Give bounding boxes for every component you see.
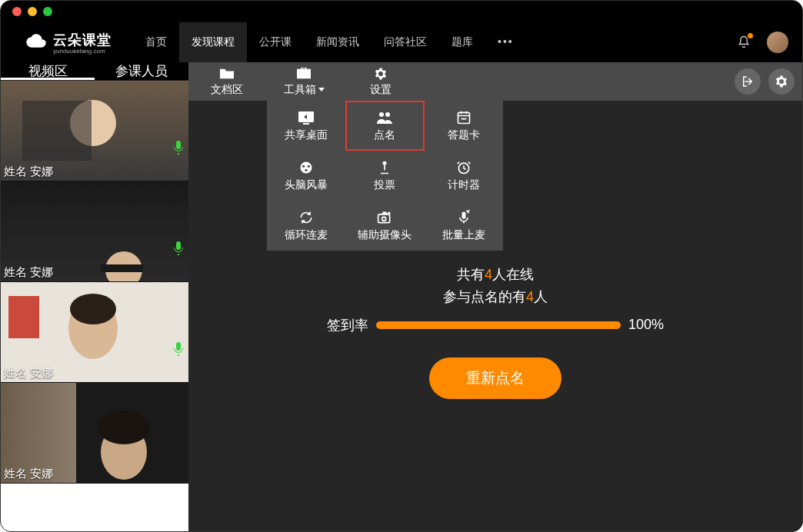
exit-button[interactable]	[735, 68, 761, 95]
hand-up-icon	[375, 160, 394, 175]
tab-video-area[interactable]: 视频区	[1, 62, 95, 80]
toolbar-doc-area[interactable]: 文档区	[188, 62, 265, 101]
folder-icon	[218, 67, 235, 81]
video-tile[interactable]: 姓名 安娜	[1, 383, 188, 484]
nav-qa[interactable]: 问答社区	[372, 22, 439, 62]
toolbar-settings-label: 设置	[370, 83, 392, 97]
mic-icon	[173, 241, 184, 258]
video-tile[interactable]: 姓名 安娜	[1, 81, 188, 181]
camera-plus-icon	[375, 210, 394, 225]
toolbar: 文档区 工具箱 设置	[188, 62, 802, 101]
svg-point-8	[98, 411, 150, 444]
tool-share-screen[interactable]: 共享桌面	[267, 101, 345, 151]
tool-label: 批量上麦	[442, 228, 485, 242]
toolbox-popover: 共享桌面 点名 答题卡 头脑风暴 投票	[267, 101, 503, 251]
settings-round-button[interactable]	[768, 68, 795, 95]
left-panel: 视频区 参课人员 姓名 安娜 姓名 安娜 姓名 安娜	[1, 62, 188, 532]
progress-label: 签到率	[327, 316, 368, 334]
gear-icon	[775, 75, 788, 88]
mic-icon	[173, 141, 184, 158]
svg-point-17	[305, 168, 307, 171]
video-tile-empty	[1, 484, 188, 532]
reel-icon	[297, 160, 315, 175]
progress-bar	[376, 321, 621, 329]
svg-point-15	[302, 165, 305, 167]
logo-subtitle: yunduoketang.com	[53, 48, 112, 55]
roll-call-stats: 共有4人在线 参与点名的有4人 签到率 100% 重新点名	[188, 264, 802, 399]
toolbar-toolbox[interactable]: 工具箱	[265, 62, 342, 101]
svg-rect-1	[22, 101, 92, 161]
left-tabs: 视频区 参课人员	[1, 62, 188, 81]
svg-point-18	[383, 161, 387, 165]
svg-rect-10	[303, 123, 309, 125]
window-minimize-button[interactable]	[28, 7, 37, 16]
svg-point-11	[379, 112, 384, 117]
stat-online-count: 4	[485, 267, 492, 282]
tool-brainstorm[interactable]: 头脑风暴	[267, 151, 345, 201]
tool-vote[interactable]: 投票	[345, 151, 424, 201]
svg-point-5	[70, 294, 116, 324]
svg-rect-19	[385, 165, 386, 170]
restart-roll-call-button[interactable]: 重新点名	[429, 357, 561, 399]
screen-share-icon	[297, 110, 315, 125]
tool-label: 头脑风暴	[285, 178, 328, 192]
notifications-bell-icon[interactable]	[736, 35, 751, 50]
video-tile-label: 姓名 安娜	[4, 265, 53, 280]
window-close-button[interactable]	[12, 7, 22, 16]
tool-label: 投票	[374, 178, 395, 192]
nav-items: 首页 发现课程 公开课 新闻资讯 问答社区 题库 •••	[133, 22, 526, 62]
tool-cycle-mic[interactable]: 循环连麦	[267, 201, 345, 251]
nav-open-class[interactable]: 公开课	[247, 22, 304, 62]
tool-label: 循环连麦	[285, 228, 328, 242]
svg-rect-3	[101, 264, 143, 272]
video-tile[interactable]: 姓名 安娜	[1, 282, 188, 383]
video-list: 姓名 安娜 姓名 安娜 姓名 安娜 姓名 安娜	[1, 81, 188, 532]
svg-point-14	[301, 161, 312, 173]
people-icon	[375, 110, 394, 125]
nav-discover[interactable]: 发现课程	[179, 22, 247, 62]
svg-point-12	[385, 112, 390, 117]
nav-question-bank[interactable]: 题库	[439, 22, 485, 62]
video-tile-label: 姓名 安娜	[4, 165, 53, 179]
cycle-icon	[297, 210, 315, 225]
main-area: 文档区 工具箱 设置	[188, 62, 802, 532]
nav-more[interactable]: •••	[485, 22, 526, 62]
video-tile-label: 姓名 安娜	[4, 366, 53, 381]
notification-dot	[748, 33, 753, 38]
stat-online: 共有4人在线	[457, 264, 534, 286]
tool-aux-camera[interactable]: 辅助摄像头	[345, 201, 424, 251]
svg-point-16	[308, 165, 310, 167]
tool-label: 答题卡	[448, 128, 480, 142]
tool-answer-card[interactable]: 答题卡	[425, 101, 503, 151]
svg-rect-21	[378, 214, 390, 222]
top-nav: 云朵课堂 yunduoketang.com 首页 发现课程 公开课 新闻资讯 问…	[1, 22, 802, 62]
video-tile[interactable]: 姓名 安娜	[1, 181, 188, 282]
tab-attendees[interactable]: 参课人员	[95, 62, 188, 80]
tool-label: 计时器	[448, 178, 480, 192]
gear-icon	[372, 67, 389, 81]
toolbar-toolbox-label: 工具箱	[284, 83, 316, 97]
window-maximize-button[interactable]	[43, 7, 52, 16]
tool-timer[interactable]: 计时器	[425, 151, 503, 201]
tool-batch-mic[interactable]: 批量上麦	[425, 201, 503, 251]
window-titlebar	[1, 1, 802, 22]
tool-label: 共享桌面	[285, 128, 328, 142]
calendar-icon	[455, 110, 473, 125]
chevron-down-icon	[318, 88, 325, 91]
toolbar-settings[interactable]: 设置	[342, 62, 419, 101]
logo-title: 云朵课堂	[53, 31, 112, 49]
app-window: 云朵课堂 yunduoketang.com 首页 发现课程 公开课 新闻资讯 问…	[0, 0, 803, 532]
progress-percent: 100%	[628, 317, 664, 333]
mic-icon	[173, 342, 184, 359]
toolbar-doc-label: 文档区	[211, 83, 243, 97]
progress-row: 签到率 100%	[327, 316, 664, 334]
logo: 云朵课堂 yunduoketang.com	[24, 31, 112, 55]
user-avatar[interactable]	[767, 32, 788, 53]
nav-news[interactable]: 新闻资讯	[304, 22, 372, 62]
tool-label: 点名	[374, 128, 395, 142]
nav-home[interactable]: 首页	[133, 22, 179, 62]
tool-roll-call[interactable]: 点名	[345, 101, 424, 151]
tool-label: 辅助摄像头	[358, 228, 411, 242]
svg-rect-23	[461, 211, 465, 218]
svg-rect-13	[458, 112, 469, 123]
